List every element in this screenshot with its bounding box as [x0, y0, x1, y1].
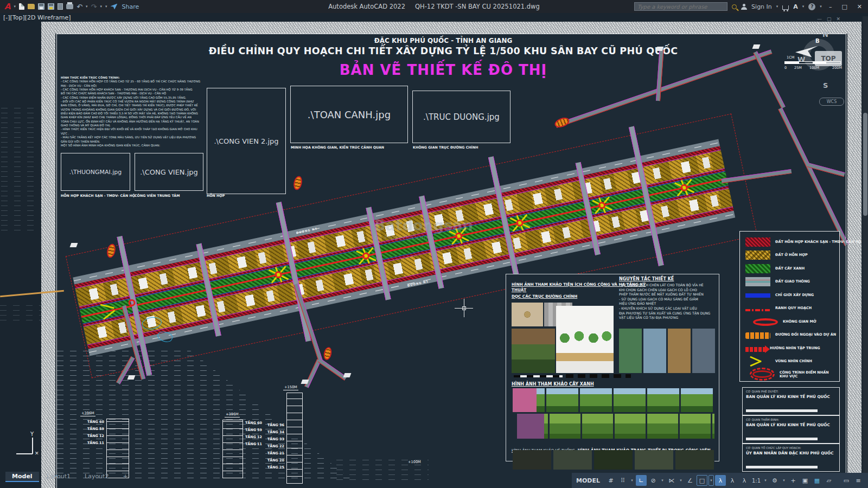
legend-label: ĐẤT GIAO THÔNG	[775, 280, 810, 284]
legend-swatch	[745, 309, 770, 311]
tree-photos-row2	[517, 414, 714, 439]
signature-bar	[746, 438, 818, 440]
signature-bar	[746, 409, 818, 412]
workspace-gear-icon[interactable]: ⚙	[769, 475, 780, 486]
customize-icon[interactable]: +	[788, 475, 799, 486]
legend-swatch	[745, 332, 770, 339]
title-block-box: CƠ QUAN TỔ CHỨC LẬP QUY HOẠCH: ỦY BAN NH…	[742, 444, 840, 472]
design-panel: HÌNH ẢNH THAM KHẢO TIỆN ÍCH CÔNG CỘNG VÀ…	[506, 274, 719, 461]
polar-tracking-icon[interactable]: ⊘	[648, 475, 659, 486]
iso-caret[interactable]: ▾	[678, 475, 684, 486]
view-fan	[671, 174, 699, 202]
scale-caret[interactable]: ▾	[763, 475, 768, 486]
agency-name: ỦY BAN NHÂN DÂN ĐẶC KHU PHÚ QUỐC	[746, 451, 836, 455]
viewcube[interactable]: N W S E TOP WCS	[792, 27, 863, 108]
road-end-flag	[343, 373, 352, 377]
gateway-oval	[323, 346, 333, 361]
branch-road	[753, 51, 785, 108]
ref-heading-3: DỌC CÁC TRỤC ĐƯỜNG CHÍNH	[512, 294, 577, 299]
equipment-photos	[513, 450, 714, 470]
floor-label: TẦNG 12	[76, 433, 104, 440]
polar-caret[interactable]: ▾	[660, 475, 665, 486]
legend-row: HƯỚNG NHÌN TẬP TRUNG	[745, 342, 839, 355]
watermark: Batdongsan by PropertyGuru	[374, 217, 473, 241]
floor-label: TẦNG 11	[245, 441, 262, 448]
isometric-icon[interactable]: ⋉	[666, 475, 677, 486]
viewcube-east[interactable]: E	[848, 55, 853, 63]
legend-label: RANH QUY HOẠCH	[775, 306, 812, 311]
branch-road	[556, 49, 773, 127]
agency-role: CƠ QUAN PHÊ DUYỆT:	[746, 390, 836, 393]
isolate-icon[interactable]: ▣	[800, 475, 810, 486]
scale-value[interactable]: 1:1	[751, 475, 762, 486]
ladder-diagram	[286, 393, 303, 484]
scrollbar-thumb[interactable]	[863, 113, 867, 216]
workspace-caret[interactable]: ▾	[781, 475, 787, 486]
legend-row: ĐẤT CÂY XANH	[745, 262, 839, 275]
clean-screen-icon[interactable]: ▱	[824, 475, 834, 486]
osnap-tracking-icon[interactable]: ∠	[685, 475, 695, 486]
dimension-strip	[514, 375, 563, 377]
watermark-sub: by PropertyGuru	[374, 234, 473, 241]
hardware-accel-icon[interactable]: ▦	[812, 475, 822, 486]
legend-label: CHỈ GIỚI XÂY DỰNG	[775, 293, 814, 298]
legend-label: KHÔNG GIAN MỞ	[783, 320, 816, 324]
paving-photo	[512, 303, 543, 326]
principles-text: - SỬ DỤNG GẠCH CHÈN LÁT CHO TOÀN BỘ VỈA …	[619, 283, 710, 320]
principle-line: KHI CHỌN GẠCH CHÈN LOẠI GẠCH CÓ LỖ CHO	[619, 288, 710, 293]
floor-label: TẦNG 60	[76, 419, 104, 426]
floor-label: TẦNG 25	[267, 464, 284, 471]
branch-road	[778, 107, 848, 246]
annotation-visibility-icon[interactable]: λ	[715, 475, 726, 486]
model-space-label[interactable]: MODEL	[576, 477, 600, 484]
legend-swatch	[745, 264, 770, 273]
branch-road	[656, 49, 664, 101]
statusbar-icons: # ⠿ ▾ ∟ ⊘ ▾ ⋉ ▾ ∠ □ ▾ λ	[605, 475, 864, 486]
north-letter: B	[815, 38, 820, 44]
viewcube-north[interactable]: N	[822, 30, 828, 38]
legend-swatch	[745, 347, 765, 352]
snap-caret[interactable]: ▾	[629, 475, 635, 486]
layout-tabs: Model Layout1 Layout2 +	[0, 471, 135, 488]
floor-label: TẦNG 59	[76, 426, 104, 433]
view-fan	[588, 191, 616, 220]
legend-row: CHỈ GIỚI XÂY DỰNG	[745, 288, 839, 302]
tab-layout1[interactable]: Layout1	[40, 472, 77, 481]
road-end-flag	[70, 243, 78, 247]
dimension-blocks	[566, 374, 631, 378]
floor-label: TẦNG 60	[245, 420, 262, 427]
monitor-icon[interactable]: ▭	[841, 475, 852, 486]
menu-icon[interactable]: ≡	[853, 475, 864, 486]
legend-swatch	[745, 357, 770, 366]
osnap-icon[interactable]: □	[697, 475, 707, 486]
legend-row: CÔNG TRÌNH ĐIỂM NHẤNKHU VỰC	[745, 368, 839, 382]
floor-label: TẦNG 59	[245, 427, 262, 434]
agency-name: BAN QUẢN LÝ KHU KINH TẾ PHÚ QUỐC	[746, 422, 836, 427]
vertical-scrollbar[interactable]	[863, 16, 868, 483]
osnap-caret[interactable]: ▾	[709, 475, 714, 486]
gateway-oval	[553, 116, 571, 130]
grid-icon[interactable]: #	[605, 475, 616, 486]
ortho-icon[interactable]: ∟	[636, 475, 647, 486]
tab-layout2[interactable]: Layout2	[78, 472, 115, 481]
snap-icon[interactable]: ⠿	[617, 475, 628, 486]
tab-model[interactable]: Model	[5, 472, 39, 482]
view-fan	[352, 242, 380, 270]
tab-add-layout[interactable]: +	[116, 472, 134, 481]
floor-label: TẦNG 12	[245, 434, 262, 441]
status-bar: MODEL # ⠿ ▾ ∟ ⊘ ▾ ⋉ ▾ ∠ □ ▾	[572, 473, 868, 488]
viewcube-south[interactable]: S	[823, 81, 828, 89]
signature-bar	[746, 466, 818, 468]
main-view-chevron	[100, 301, 119, 321]
site-plan: ĐƯỜNG N4 ĐƯỜNG N1 Batdongsan	[0, 0, 868, 488]
agency-name: BAN QUẢN LÝ KHU KINH TẾ PHÚ QUỐC	[746, 394, 836, 399]
annotation-scale-icon[interactable]: λ	[739, 475, 750, 486]
wcs-dropdown[interactable]: WCS	[819, 98, 844, 106]
title-block-box: CƠ QUAN PHÊ DUYỆT: BAN QUẢN LÝ KHU KINH …	[742, 387, 840, 415]
road-end-flag	[752, 44, 761, 49]
elevation-bottom: +100M	[407, 460, 422, 465]
watermark-brand: Batdongsan	[374, 217, 473, 234]
principle-line: ĐỊA PHƯƠNG TỰ SẢN XUẤT VÀ CUNG ỨNG TẬN D…	[619, 311, 710, 316]
autoscale-icon[interactable]: λ	[727, 475, 738, 486]
legend-label: VÙNG NHÌN CHÍNH	[775, 359, 812, 364]
